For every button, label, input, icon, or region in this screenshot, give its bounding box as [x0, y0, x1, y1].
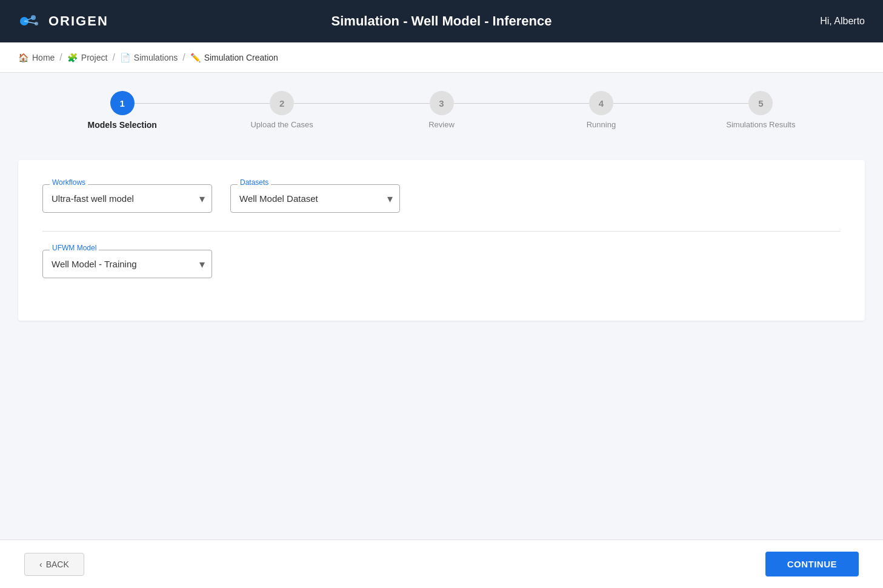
app-header: ORIGEN Simulation - Well Model - Inferen… — [0, 0, 883, 42]
datasets-select[interactable]: Well Model Dataset Dataset 2 Dataset 3 — [230, 184, 400, 213]
form-row-2: UFWM Model Well Model - Training Well Mo… — [42, 250, 841, 278]
workflows-label: Workflows — [50, 178, 88, 187]
step-2-label: Upload the Cases — [250, 120, 313, 129]
main-content: 1 Models Selection 2 Upload the Cases 3 … — [0, 73, 883, 588]
user-greeting: Hi, Alberto — [820, 16, 865, 27]
form-row-1: Workflows Ultra-fast well model Standard… — [42, 184, 841, 213]
workflows-select[interactable]: Ultra-fast well model Standard well mode… — [42, 184, 212, 213]
step-5: 5 Simulations Results — [681, 91, 841, 129]
breadcrumb-home[interactable]: 🏠 Home — [18, 53, 55, 62]
breadcrumb-sep-3: / — [182, 52, 185, 63]
step-3-circle: 3 — [430, 91, 454, 115]
back-button[interactable]: ‹ BACK — [24, 553, 84, 576]
breadcrumb-project[interactable]: 🧩 Project — [67, 53, 108, 62]
continue-button[interactable]: CONTINUE — [765, 552, 859, 576]
form-area: Workflows Ultra-fast well model Standard… — [18, 160, 865, 321]
step-5-circle: 5 — [748, 91, 773, 115]
step-2-circle: 2 — [270, 91, 294, 115]
step-1: 1 Models Selection — [42, 91, 202, 130]
ufwm-select[interactable]: Well Model - Training Well Model - Valid… — [42, 250, 212, 278]
document-icon: 📄 — [120, 53, 130, 62]
breadcrumb-sep-1: / — [59, 52, 62, 63]
breadcrumb: 🏠 Home / 🧩 Project / 📄 Simulations / ✏️ … — [0, 42, 883, 73]
stepper: 1 Models Selection 2 Upload the Cases 3 … — [18, 91, 865, 130]
back-chevron-icon: ‹ — [39, 560, 42, 569]
ufwm-label: UFWM Model — [50, 244, 99, 252]
breadcrumb-simulation-creation: ✏️ Simulation Creation — [190, 53, 278, 62]
step-4-label: Running — [587, 120, 616, 129]
puzzle-icon: 🧩 — [67, 53, 78, 62]
datasets-label: Datasets — [238, 178, 271, 187]
workflows-wrapper: Workflows Ultra-fast well model Standard… — [42, 184, 212, 213]
step-5-label: Simulations Results — [726, 120, 795, 129]
ufwm-wrapper: UFWM Model Well Model - Training Well Mo… — [42, 250, 212, 278]
logo: ORIGEN — [18, 9, 108, 33]
step-1-circle: 1 — [110, 91, 135, 115]
logo-text: ORIGEN — [48, 13, 108, 29]
datasets-wrapper: Datasets Well Model Dataset Dataset 2 Da… — [230, 184, 400, 213]
logo-icon — [18, 9, 42, 33]
page-title: Simulation - Well Model - Inference — [332, 13, 552, 29]
bottom-bar: ‹ BACK CONTINUE — [0, 540, 883, 588]
breadcrumb-sep-2: / — [112, 52, 115, 63]
step-3-label: Review — [428, 120, 455, 129]
pencil-icon: ✏️ — [190, 53, 201, 62]
step-4-circle: 4 — [589, 91, 613, 115]
breadcrumb-simulations[interactable]: 📄 Simulations — [120, 53, 178, 62]
home-icon: 🏠 — [18, 53, 28, 62]
form-divider — [42, 231, 841, 232]
step-4: 4 Running — [521, 91, 681, 129]
step-1-label: Models Selection — [88, 120, 157, 130]
step-3: 3 Review — [362, 91, 521, 129]
step-2: 2 Upload the Cases — [202, 91, 361, 129]
